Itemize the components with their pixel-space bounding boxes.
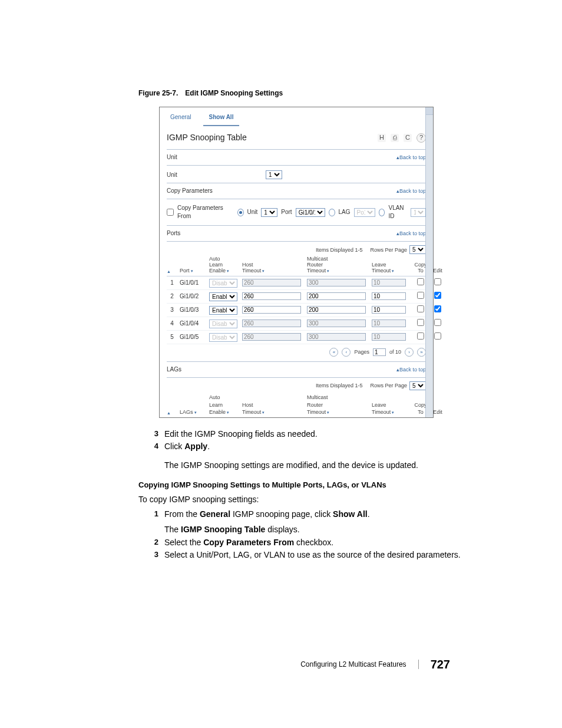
mrouter-timeout-input [307, 319, 366, 327]
copy-to-checkbox[interactable] [417, 319, 424, 326]
help-icon[interactable]: ? [416, 133, 426, 143]
unit-select[interactable]: 1 [266, 170, 282, 179]
steps-list-2: 1 From the General IGMP snooping page, c… [138, 509, 497, 561]
auto-learn-select: Disable [209, 319, 237, 328]
rows-per-page-select[interactable]: 5 [409, 245, 426, 254]
screenshot-igmp-table: General Show All IGMP Snooping Table H ⎙… [159, 107, 434, 418]
back-to-top-link[interactable]: Back to top [396, 230, 426, 238]
table-row: 2Gi1/0/2Enable [167, 290, 426, 304]
copy-to-checkbox[interactable] [417, 332, 424, 340]
copy-to-checkbox[interactable] [417, 292, 424, 299]
auto-learn-select[interactable]: Enable [209, 306, 237, 315]
edit-checkbox[interactable] [434, 292, 441, 299]
copy-to-checkbox[interactable] [417, 305, 424, 312]
page-title: IGMP Snooping Table [167, 132, 247, 144]
auto-learn-select[interactable]: Enable [209, 292, 237, 301]
figure-caption: Figure 25-7.Edit IGMP Snooping Settings [138, 88, 497, 98]
lags-header: LAGs [167, 365, 181, 374]
edit-checkbox[interactable] [434, 332, 441, 340]
copy-params-header: Copy Parameters [167, 187, 213, 195]
sort-icon[interactable]: ▲ [167, 269, 177, 274]
leave-timeout-input [372, 279, 406, 286]
copy-from-label: Copy Parameters From [177, 204, 234, 220]
section-heading: Copying IGMP Snooping Settings to Multip… [138, 480, 497, 490]
pagination: « ‹ Pages of 10 › » [167, 344, 426, 360]
leave-timeout-input[interactable] [372, 306, 406, 314]
table-row: 1Gi1/0/1Disable [167, 276, 426, 290]
ports-table-header: ▲ Port▾ Auto Learn Enable▾ Host Timeout▾… [167, 256, 426, 276]
table-row: 3Gi1/0/3Enable [167, 304, 426, 317]
copy-to-checkbox[interactable] [417, 278, 424, 285]
copy-from-checkbox[interactable] [167, 209, 174, 216]
page-next-icon[interactable]: › [405, 348, 414, 357]
save-icon[interactable]: H [378, 134, 386, 142]
unit-header: Unit [167, 153, 177, 162]
steps-list-1: 3Edit the IGMP Snooping fields as needed… [138, 429, 497, 453]
copy-vlan-select: 1 [411, 208, 426, 217]
host-timeout-input [242, 279, 301, 286]
mrouter-timeout-input[interactable] [307, 292, 366, 300]
host-timeout-input[interactable] [242, 306, 301, 314]
leave-timeout-input [372, 319, 406, 327]
mrouter-timeout-input [307, 279, 366, 286]
copy-lag-select: Po1 [354, 208, 375, 217]
table-row: 5Gi1/0/5Disable [167, 331, 426, 344]
page-first-icon[interactable]: « [329, 348, 338, 357]
refresh-icon[interactable]: C [404, 134, 412, 142]
sort-icon[interactable]: ▲ [167, 410, 177, 416]
page-input[interactable] [373, 348, 386, 356]
tab-bar: General Show All [160, 107, 433, 126]
copy-unit-select[interactable]: 1 [261, 208, 277, 217]
result-paragraph: The IGMP Snooping settings are modified,… [164, 460, 497, 472]
page-footer: Configuring L2 Multicast Features 727 [0, 656, 562, 673]
mrouter-timeout-input[interactable] [307, 306, 366, 314]
intro-text: To copy IGMP snooping settings: [138, 494, 497, 506]
lags-rows-per-page-select[interactable]: 5 [409, 381, 426, 390]
tab-show-all[interactable]: Show All [203, 111, 240, 126]
auto-learn-select: Disable [209, 333, 237, 342]
leave-timeout-input[interactable] [372, 292, 406, 300]
unit-port-radio[interactable] [237, 209, 244, 216]
edit-checkbox[interactable] [434, 305, 441, 312]
vlan-radio[interactable] [379, 209, 385, 216]
edit-checkbox[interactable] [434, 278, 441, 285]
back-to-top-link[interactable]: Back to top [396, 366, 426, 374]
lag-radio[interactable] [329, 209, 335, 216]
host-timeout-input [242, 319, 301, 327]
table-row: 4Gi1/0/4Disable [167, 317, 426, 331]
lags-table-header: ▲ LAGs▾ Auto Learn Enable▾ Host Timeout▾… [167, 393, 426, 416]
host-timeout-input[interactable] [242, 292, 301, 300]
back-to-top-link[interactable]: Back to top [396, 187, 426, 195]
leave-timeout-input [372, 333, 406, 341]
page-last-icon[interactable]: » [417, 348, 426, 357]
ports-header: Ports [167, 229, 180, 238]
copy-port-select[interactable]: Gi1/0/1 [296, 208, 325, 217]
page-prev-icon[interactable]: ‹ [342, 348, 351, 357]
auto-learn-select: Disable [209, 279, 237, 288]
edit-checkbox[interactable] [434, 319, 441, 326]
tab-general[interactable]: General [164, 111, 197, 126]
scrollbar[interactable] [425, 107, 433, 417]
print-icon[interactable]: ⎙ [391, 134, 399, 142]
back-to-top-link[interactable]: Back to top [396, 154, 426, 162]
unit-label: Unit [167, 171, 261, 179]
host-timeout-input [242, 333, 301, 341]
mrouter-timeout-input [307, 333, 366, 341]
